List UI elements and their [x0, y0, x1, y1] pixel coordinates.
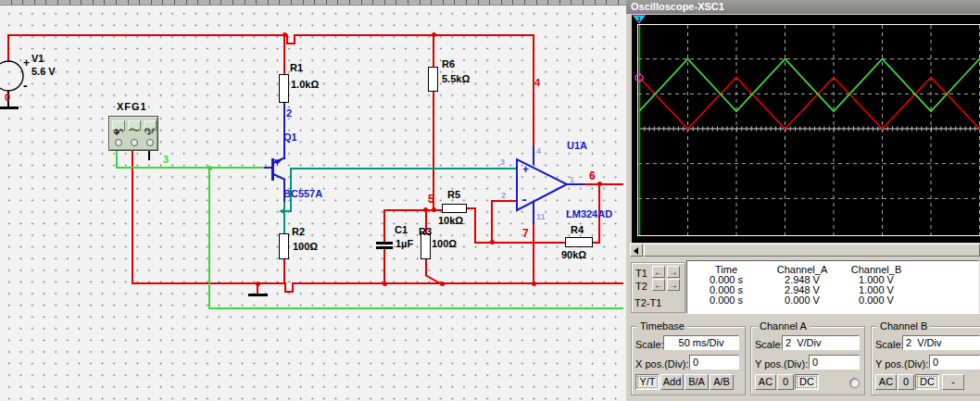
junction-dot	[256, 282, 260, 286]
voltage-source-v1[interactable]	[0, 59, 26, 93]
t2-right-button[interactable]: →	[667, 279, 680, 291]
channel-b-dc-button[interactable]: DC	[915, 374, 939, 390]
scrollbar-thumb[interactable]	[644, 244, 980, 257]
junction-dot	[432, 32, 436, 37]
wire-xfg-common[interactable]	[132, 151, 133, 284]
net6-label: 6	[589, 170, 596, 182]
channel-b-zero-button[interactable]: 0	[898, 374, 914, 390]
wire-c1-top[interactable]	[383, 209, 385, 243]
junction-dot	[423, 207, 428, 212]
r3-value-label: 100Ω	[432, 238, 457, 249]
scrollbar-left-button[interactable]	[630, 244, 643, 257]
junction-dot	[440, 282, 445, 286]
wire-r5-down[interactable]	[474, 207, 476, 244]
wire-r3-bottom[interactable]	[425, 258, 427, 275]
channel-a-zero-button[interactable]: 0	[777, 374, 794, 390]
net4-label: 4	[534, 77, 540, 88]
ground-symbol[interactable]	[248, 294, 268, 296]
junction-dot	[597, 182, 602, 186]
scope-scrollbar[interactable]	[630, 244, 980, 257]
pin4-label: 4	[536, 146, 541, 156]
capacitor-c1[interactable]	[376, 246, 393, 249]
wire-xfg-minus-stub[interactable]	[148, 151, 150, 160]
channel-b-scale-input[interactable]	[902, 335, 980, 350]
resistor-r2[interactable]	[279, 233, 289, 259]
v1-value-label: 5.6 V	[31, 66, 56, 77]
channel-b-ac-button[interactable]: AC	[875, 374, 897, 390]
wire-inv-input[interactable]	[491, 200, 517, 202]
resistor-r1[interactable]	[279, 74, 289, 103]
yt-mode-button[interactable]: Y/T	[635, 374, 660, 390]
channel-a-dc-button[interactable]: DC	[795, 374, 819, 390]
channel-a-ac-button[interactable]: AC	[755, 374, 776, 390]
xfg-terminal-minus[interactable]	[146, 139, 154, 146]
wire-inv-input[interactable]	[491, 200, 493, 244]
timebase-group: Timebase Scale: X pos.(Div): Y/T Add B/A…	[631, 326, 746, 395]
scope-display[interactable]: 1	[632, 15, 980, 243]
ab-mode-button[interactable]: A/B	[710, 374, 734, 390]
wire-net4[interactable]	[533, 36, 534, 147]
wire-ground-bus[interactable]	[292, 282, 623, 284]
window-titlebar[interactable]: Oscilloscope-XSC1	[626, 0, 980, 14]
ba-mode-button[interactable]: B/A	[685, 374, 709, 390]
wire-net3[interactable]	[116, 167, 264, 169]
channel-a-radio[interactable]	[849, 378, 860, 388]
junction-dot	[432, 207, 436, 212]
wire-vcc[interactable]	[7, 34, 9, 62]
v1-plus-sign: +	[23, 57, 30, 69]
resistor-r3[interactable]	[421, 233, 431, 259]
junction-dot	[490, 240, 495, 244]
resistor-r6[interactable]	[428, 67, 438, 92]
wire-vminus[interactable]	[533, 222, 534, 284]
wire-r2-bottom[interactable]	[283, 258, 285, 283]
xfg-terminal-plus[interactable]	[115, 139, 122, 146]
wire-vcc-bus[interactable]	[7, 34, 288, 36]
t1-left-button[interactable]: ←	[652, 266, 665, 278]
opamp-u1a[interactable]: + -	[515, 156, 571, 215]
channel-b-group: Channel B Scale: Y pos.(Div): AC 0 DC -	[871, 326, 980, 395]
r3-ref-label: R3	[419, 226, 432, 237]
resistor-r5[interactable]	[442, 204, 467, 213]
timebase-scale-input[interactable]	[663, 335, 739, 350]
r5-ref-label: R5	[447, 189, 460, 200]
t1-right-button[interactable]: →	[667, 266, 680, 278]
readout-row-t1: 0.000 s 2.948 V 1.000 V	[687, 275, 978, 284]
timebase-scale-label: Scale:	[635, 339, 664, 350]
xfg-terminal-common[interactable]	[131, 139, 138, 146]
transistor-q1[interactable]	[259, 151, 291, 184]
t2t1-cha: 0.000 V	[765, 295, 839, 306]
wire-r2-top[interactable]	[283, 202, 285, 235]
channel-b-ypos-input[interactable]	[929, 355, 980, 370]
wire-vcc-bus[interactable]	[294, 34, 534, 36]
xfg-minus-sign: -	[147, 129, 150, 138]
t2-left-button[interactable]: ←	[652, 279, 665, 291]
channel-b-minus-button[interactable]: -	[942, 374, 964, 390]
function-generator-xfg1[interactable]: + -	[108, 116, 158, 151]
channel-a-ypos-input[interactable]	[809, 355, 860, 370]
wire-noninv-input[interactable]	[290, 168, 517, 169]
wire-r1-top[interactable]	[283, 36, 285, 75]
channel-b-legend: Channel B	[877, 320, 930, 332]
resistor-r4[interactable]	[565, 237, 593, 247]
cursor-flag-number: 1	[637, 16, 641, 22]
channel-a-ypos-label: Y pos.(Div):	[755, 358, 808, 370]
r5-value-label: 10kΩ	[438, 215, 463, 226]
wire-net6[interactable]	[583, 183, 623, 185]
r4-value-label: 90kΩ	[561, 249, 586, 260]
add-mode-button[interactable]: Add	[660, 374, 684, 390]
ground-symbol[interactable]	[0, 107, 19, 109]
timebase-xpos-input[interactable]	[689, 355, 739, 370]
t2-label: T2	[635, 281, 647, 292]
wire-r6-top[interactable]	[433, 36, 434, 68]
wire-net7[interactable]	[474, 242, 567, 244]
channel-a-legend: Channel A	[757, 320, 810, 332]
wire-c1-bottom[interactable]	[383, 249, 385, 284]
r1-value-label: 1.0kΩ	[291, 79, 319, 90]
capacitor-c1[interactable]	[376, 242, 393, 244]
wire-net3-bottom[interactable]	[208, 307, 623, 309]
schematic-workspace[interactable]: + - + -	[0, 0, 626, 401]
wire-net3-down[interactable]	[208, 167, 210, 309]
sine-wave-icon[interactable]	[128, 120, 141, 131]
channel-a-scale-input[interactable]	[782, 335, 860, 350]
cursor-t1-flag[interactable]: 1	[633, 16, 646, 24]
